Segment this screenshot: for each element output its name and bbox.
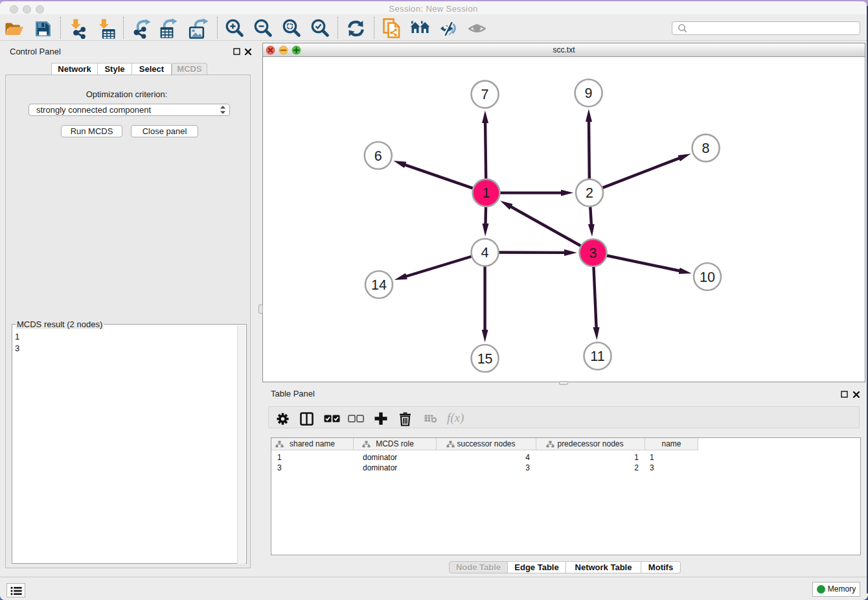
svg-text:2: 2 (586, 185, 593, 201)
svg-text:1: 1 (483, 185, 490, 201)
svg-text:6: 6 (374, 148, 382, 164)
svg-text:4: 4 (481, 245, 489, 260)
svg-text:7: 7 (481, 87, 489, 102)
svg-text:14: 14 (371, 277, 387, 293)
svg-text:3: 3 (589, 246, 597, 261)
svg-text:10: 10 (700, 270, 715, 285)
svg-text:8: 8 (702, 141, 710, 156)
svg-text:11: 11 (590, 349, 604, 364)
svg-text:9: 9 (585, 86, 593, 101)
svg-text:15: 15 (477, 351, 493, 367)
